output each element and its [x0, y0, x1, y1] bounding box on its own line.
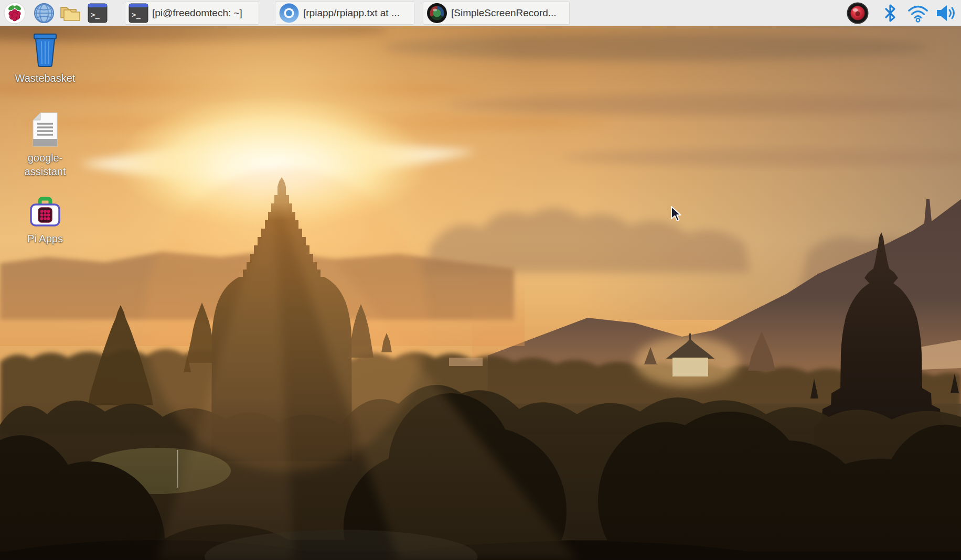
wallpaper-bagan-sunset	[0, 26, 961, 560]
menu-button[interactable]	[3, 2, 26, 24]
wifi-icon	[906, 3, 930, 23]
file-manager-button[interactable]	[59, 2, 82, 24]
bluetooth-icon	[883, 4, 897, 23]
wastebasket-icon	[28, 31, 62, 68]
chromium-icon	[279, 3, 300, 24]
tray-bluetooth[interactable]	[880, 2, 900, 24]
desktop-icon-label: google- assistant	[25, 151, 66, 178]
taskbar-window-chromium[interactable]: [rpiapp/rpiapp.txt at ...	[275, 2, 414, 25]
taskbar: >_ >_ [pi@freedomtech: ~]	[0, 0, 961, 26]
window-title: [pi@freedomtech: ~]	[152, 7, 242, 19]
window-title: [rpiapp/rpiapp.txt at ...	[303, 7, 400, 19]
taskbar-window-screenrecorder[interactable]: [SimpleScreenRecord...	[423, 2, 570, 25]
browser-button[interactable]	[33, 2, 56, 24]
volume-icon	[935, 3, 958, 23]
screen-recorder-icon	[426, 3, 447, 24]
tray-wifi[interactable]	[906, 2, 930, 24]
record-icon	[847, 2, 869, 24]
pi-apps-icon	[28, 196, 62, 229]
document-icon	[30, 111, 60, 148]
raspberry-menu-icon	[4, 2, 26, 24]
svg-text:>_: >_	[91, 10, 100, 19]
terminal-launcher-button[interactable]: >_	[86, 2, 109, 24]
desktop-icon-label: Pi Apps	[27, 232, 63, 245]
desktop-icon-wastebasket[interactable]: Wastebasket	[13, 31, 78, 85]
desktop-icon-pi-apps[interactable]: Pi Apps	[13, 196, 78, 245]
tray-record-indicator[interactable]	[846, 2, 869, 24]
desktop-screen: >_ >_ [pi@freedomtech: ~]	[0, 0, 961, 560]
tray-volume[interactable]	[935, 2, 958, 24]
folders-icon	[59, 4, 81, 22]
terminal-icon: >_	[88, 3, 108, 23]
label-line2: assistant	[25, 166, 66, 177]
label-line1: google-	[28, 152, 63, 164]
svg-text:>_: >_	[132, 10, 141, 19]
taskbar-window-terminal[interactable]: >_ [pi@freedomtech: ~]	[125, 2, 259, 25]
desktop-icon-label: Wastebasket	[15, 71, 76, 85]
desktop-icon-google-assistant[interactable]: google- assistant	[13, 111, 78, 178]
window-title: [SimpleScreenRecord...	[451, 7, 557, 19]
globe-browser-icon	[34, 3, 55, 24]
terminal-icon: >_	[129, 3, 148, 23]
